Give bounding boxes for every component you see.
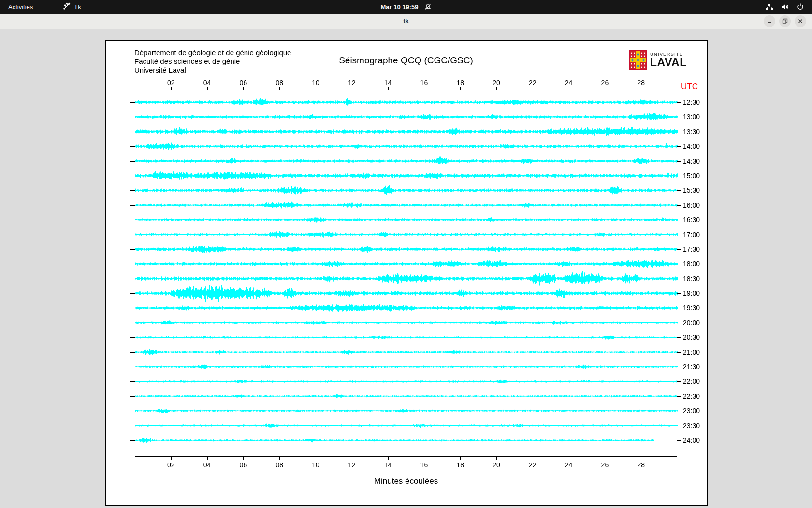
trace-tick-right <box>677 411 682 411</box>
x-tick-label-top: 26 <box>601 79 609 87</box>
trace-time-label: 19:30 <box>683 304 700 312</box>
trace-time-label: 21:30 <box>683 363 700 371</box>
trace-time-label: 19:00 <box>683 289 700 297</box>
utc-label: UTC <box>681 82 698 91</box>
x-tick-bottom <box>460 457 461 460</box>
trace-time-label: 17:00 <box>683 231 700 239</box>
window-titlebar[interactable]: tk <box>0 14 812 29</box>
close-button[interactable] <box>795 15 806 27</box>
x-tick-top <box>460 87 461 90</box>
x-tick-top <box>424 87 424 90</box>
notifications-muted-icon[interactable] <box>424 3 432 11</box>
network-icon[interactable] <box>766 3 773 11</box>
trace-tick-right <box>677 293 682 294</box>
trace-time-label: 14:30 <box>683 157 700 165</box>
trace-tick-left <box>130 220 135 220</box>
x-tick-top <box>279 87 280 90</box>
trace-tick-right <box>677 367 682 367</box>
power-icon[interactable] <box>797 3 804 11</box>
minimize-button[interactable] <box>764 15 775 27</box>
trace-tick-left <box>130 176 135 176</box>
trace-time-label: 16:30 <box>683 216 700 224</box>
plot-frame <box>135 90 677 457</box>
trace-time-label: 22:30 <box>683 392 700 400</box>
x-tick-label-bottom: 08 <box>276 461 283 469</box>
trace-tick-left <box>130 190 135 191</box>
x-tick-label-bottom: 16 <box>420 461 428 469</box>
trace-tick-left <box>130 205 135 206</box>
x-tick-top <box>352 87 352 90</box>
trace-tick-right <box>677 352 682 353</box>
trace-time-label: 23:00 <box>683 407 700 415</box>
x-tick-bottom <box>641 457 641 460</box>
seismograph-canvas: Département de géologie et de génie géol… <box>105 40 708 506</box>
x-tick-label-bottom: 06 <box>240 461 247 469</box>
window-controls <box>764 15 806 27</box>
laval-wordmark: UNIVERSITÉ LAVAL <box>650 50 687 72</box>
x-tick-bottom <box>243 457 244 460</box>
trace-tick-left <box>130 367 135 367</box>
trace-tick-right <box>677 205 682 206</box>
maximize-button[interactable] <box>779 15 791 27</box>
x-tick-bottom <box>352 457 352 460</box>
trace-tick-left <box>130 279 135 279</box>
topbar-right <box>766 3 812 11</box>
x-tick-bottom <box>207 457 208 460</box>
trace-time-label: 12:30 <box>683 98 700 106</box>
clock-label[interactable]: Mar 10 19:59 <box>380 3 418 11</box>
trace-time-label: 20:30 <box>683 333 700 341</box>
x-axis-title: Minutes écoulées <box>135 477 677 486</box>
trace-tick-left <box>130 293 135 294</box>
x-tick-label-bottom: 24 <box>565 461 573 469</box>
trace-tick-left <box>130 337 135 338</box>
x-tick-label-top: 10 <box>312 79 319 87</box>
trace-tick-left <box>130 440 135 441</box>
trace-tick-left <box>130 102 135 103</box>
x-tick-top <box>171 87 172 90</box>
x-tick-top <box>496 87 497 90</box>
topbar-left: Activities Tk <box>0 0 81 14</box>
x-tick-top <box>605 87 605 90</box>
x-tick-label-bottom: 28 <box>637 461 645 469</box>
x-tick-label-top: 12 <box>348 79 356 87</box>
trace-tick-right <box>677 323 682 323</box>
x-tick-bottom <box>279 457 280 460</box>
trace-tick-right <box>677 381 682 382</box>
trace-time-label: 13:00 <box>683 113 700 120</box>
x-tick-bottom <box>605 457 605 460</box>
laval-wordmark-big: LAVAL <box>650 58 687 67</box>
trace-tick-right <box>677 132 682 132</box>
x-tick-label-bottom: 12 <box>348 461 356 469</box>
x-tick-top <box>207 87 208 90</box>
trace-tick-left <box>130 323 135 323</box>
trace-time-label: 14:00 <box>683 142 700 150</box>
trace-tick-right <box>677 249 682 250</box>
tk-app-icon <box>63 2 71 11</box>
x-tick-bottom <box>316 457 316 460</box>
x-tick-label-bottom: 10 <box>312 461 319 469</box>
focused-app-menu[interactable]: Tk <box>63 2 81 11</box>
x-tick-bottom <box>171 457 172 460</box>
trace-tick-right <box>677 220 682 220</box>
x-tick-label-top: 28 <box>637 79 645 87</box>
trace-tick-right <box>677 279 682 279</box>
x-tick-label-top: 06 <box>240 79 247 87</box>
x-tick-bottom <box>569 457 569 460</box>
trace-tick-left <box>130 264 135 264</box>
x-tick-label-bottom: 14 <box>384 461 392 469</box>
laval-crest-icon <box>629 50 647 72</box>
x-tick-top <box>316 87 316 90</box>
institution-line3: Université Laval <box>134 66 291 75</box>
x-tick-label-top: 16 <box>420 79 428 87</box>
x-tick-label-bottom: 22 <box>529 461 536 469</box>
trace-tick-right <box>677 440 682 441</box>
activities-button[interactable]: Activities <box>0 0 41 14</box>
x-tick-top <box>641 87 641 90</box>
trace-tick-left <box>130 235 135 235</box>
trace-tick-right <box>677 396 682 397</box>
trace-time-label: 13:30 <box>683 128 700 135</box>
volume-icon[interactable] <box>781 3 789 11</box>
x-tick-top <box>243 87 244 90</box>
trace-tick-left <box>130 411 135 411</box>
trace-time-label: 24:00 <box>683 436 700 444</box>
